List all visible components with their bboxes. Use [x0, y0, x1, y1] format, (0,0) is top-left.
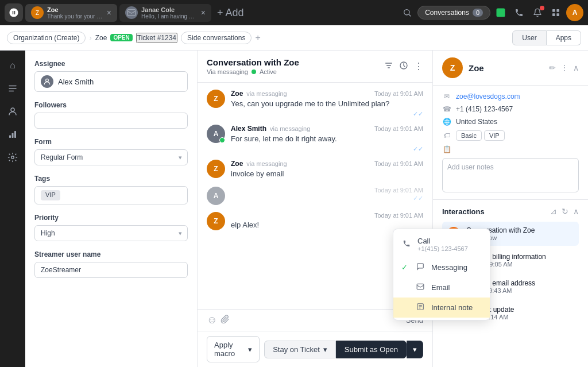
user-tag-vip[interactable]: VIP: [484, 130, 505, 141]
tag-vip[interactable]: VIP: [41, 190, 60, 200]
tab-name-janae: Janae Cole: [141, 6, 198, 13]
app-logo[interactable]: [5, 3, 23, 22]
dropdown-messaging[interactable]: ✓ Messaging: [393, 257, 490, 277]
notification-dot: [540, 6, 544, 10]
active-indicator: [252, 69, 256, 74]
user-name-display: Zoe: [469, 63, 543, 73]
tags-input[interactable]: VIP: [34, 186, 188, 204]
conversation-title: Conversation with Zoe: [207, 57, 384, 67]
add-conversation-button[interactable]: +: [255, 33, 260, 43]
nav-settings[interactable]: [2, 147, 23, 168]
conversation-pane: Conversation with Zoe Via messaging Acti…: [198, 51, 433, 367]
user-view-button[interactable]: User: [512, 30, 546, 45]
view-toggle: User Apps: [512, 30, 581, 45]
emoji-button[interactable]: ☺: [207, 314, 217, 326]
message-header: Today at 9:01 AM: [231, 212, 423, 219]
assignee-input[interactable]: Alex Smith: [34, 71, 188, 92]
svg-rect-0: [127, 10, 135, 16]
tab-name-zoe: Zoe: [47, 6, 103, 13]
conversation-header-actions: ⋮: [384, 61, 423, 72]
bottom-action-bar: Apply macro ▾ Stay on Ticket ▾ Submit as…: [198, 331, 432, 367]
active-label: Active: [260, 68, 277, 75]
message-header: Zoe via messaging Today at 9:01 AM: [231, 160, 423, 168]
dropdown-email[interactable]: Email: [393, 277, 490, 298]
form-select[interactable]: Regular Form: [34, 149, 188, 165]
interactions-title: Interactions: [442, 207, 550, 216]
message-item: Z Today at 9:01 AM elp Alex!: [207, 212, 423, 230]
message-item: Z Zoe via messaging Today at 9:01 AM inv…: [207, 160, 423, 179]
message-header: Today at 9:01 AM: [231, 187, 423, 194]
user-header: Z Zoe ✏ ⋮ ∧: [433, 51, 588, 86]
message-header: Zoe via messaging Today at 9:01 AM: [231, 90, 423, 98]
message-avatar: Z: [207, 212, 225, 230]
user-more-options-icon[interactable]: ⋮: [560, 63, 568, 72]
org-create-button[interactable]: Organization (Create): [7, 32, 86, 44]
svg-rect-17: [417, 284, 424, 289]
collapse-user-icon[interactable]: ∧: [573, 63, 579, 72]
tab-close-zoe[interactable]: ×: [107, 8, 111, 17]
user-avatar[interactable]: A: [566, 4, 583, 21]
message-avatar: A: [207, 125, 225, 143]
ticket-number-button[interactable]: Ticket #1234: [136, 33, 177, 43]
user-tag-basic[interactable]: Basic: [456, 130, 482, 141]
refresh-interactions-icon[interactable]: ↻: [562, 207, 568, 216]
messaging-toolbar: ☺ Send: [207, 314, 423, 326]
message-sender: Zoe: [231, 90, 243, 98]
user-breadcrumb[interactable]: Zoe: [95, 34, 107, 42]
nav-reports[interactable]: [2, 124, 23, 145]
message-via: via messaging: [246, 90, 287, 97]
side-conversations-button[interactable]: Side conversations: [181, 32, 252, 44]
streamer-input[interactable]: [34, 262, 188, 278]
dropdown-internal-note[interactable]: Internal note: [393, 298, 490, 318]
apply-macro-dropdown[interactable]: Apply macro ▾: [207, 336, 260, 362]
stay-on-ticket-label: Stay on Ticket: [273, 345, 320, 354]
followers-input[interactable]: [34, 113, 188, 129]
phone-icon[interactable]: [511, 5, 527, 21]
filter-icon[interactable]: [384, 61, 393, 72]
streamer-label: Streamer user name: [34, 250, 188, 258]
user-email[interactable]: zoe@lovesdogs.com: [456, 92, 520, 101]
user-header-actions: ✏ ⋮ ∧: [549, 63, 579, 72]
svg-rect-2: [497, 9, 505, 17]
priority-select[interactable]: High: [34, 225, 188, 241]
svg-rect-8: [9, 88, 17, 89]
tags-row: 🏷 Basic VIP: [442, 130, 579, 141]
message-content: Alex Smith via messaging Today at 9:01 A…: [231, 125, 423, 153]
edit-user-icon[interactable]: ✏: [549, 63, 556, 72]
nav-home[interactable]: ⌂: [2, 55, 23, 76]
grid-icon[interactable]: [548, 5, 564, 21]
conversations-badge: 0: [473, 9, 483, 17]
streamer-section: Streamer user name: [34, 250, 188, 278]
message-item: A Today at 9:01 AM ✓✓: [207, 187, 423, 205]
nav-tickets[interactable]: [2, 78, 23, 99]
filter-interactions-icon[interactable]: ⊿: [550, 207, 557, 216]
add-tab-button[interactable]: + Add: [214, 7, 247, 19]
svg-rect-9: [9, 91, 14, 92]
apps-view-button[interactable]: Apps: [547, 30, 581, 45]
nav-users[interactable]: [2, 101, 23, 122]
stay-on-ticket-button[interactable]: Stay on Ticket ▾: [264, 341, 336, 358]
user-tags: Basic VIP: [456, 130, 505, 141]
status-icon[interactable]: [493, 5, 509, 21]
notifications-icon[interactable]: [529, 5, 546, 21]
attach-button[interactable]: [220, 315, 230, 326]
dropdown-call[interactable]: Call +1(415) 123-4567: [393, 231, 490, 257]
clock-icon[interactable]: [399, 61, 408, 72]
assignee-name: Alex Smith: [58, 78, 94, 86]
tab-janae[interactable]: Janae Cole Hello, I am having an is... ×: [119, 4, 211, 22]
user-phone: +1 (415) 123-4567: [456, 105, 513, 113]
message-time: Today at 9:01 AM: [374, 90, 423, 97]
messaging-check-icon: ✓: [401, 263, 409, 272]
search-icon[interactable]: [399, 5, 415, 21]
message-content: Zoe via messaging Today at 9:01 AM invoi…: [231, 160, 423, 179]
conversations-button[interactable]: Conversations 0: [417, 6, 490, 20]
collapse-interactions-icon[interactable]: ∧: [573, 207, 579, 216]
call-icon: [401, 239, 412, 249]
tab-zoe[interactable]: Z Zoe Thank you for your hel... ×: [25, 4, 117, 22]
tab-close-janae[interactable]: ×: [201, 8, 206, 17]
user-notes-input[interactable]: Add user notes: [442, 158, 579, 192]
more-options-icon[interactable]: ⋮: [414, 61, 423, 72]
submit-as-open-button[interactable]: Submit as Open: [336, 341, 407, 358]
followers-label: Followers: [34, 101, 188, 109]
submit-dropdown-button[interactable]: ▾: [407, 341, 423, 358]
